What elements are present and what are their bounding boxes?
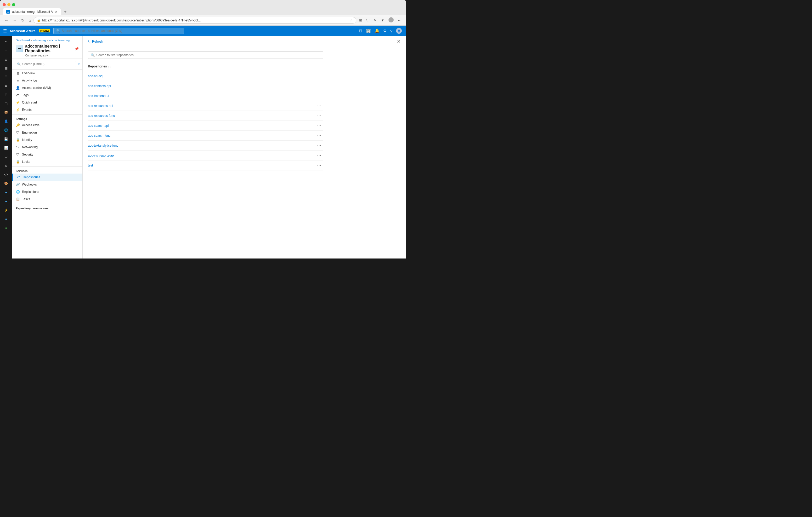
collapse-panel-button[interactable]: « <box>78 62 80 66</box>
nav-item-repositories[interactable]: 🗃 Repositories <box>12 174 82 181</box>
directory-button[interactable]: 🏢 <box>365 27 372 35</box>
sidebar-security-button[interactable]: 🛡 <box>1 153 11 161</box>
repo-link[interactable]: adc-resources-func <box>88 114 315 118</box>
sidebar-icon4[interactable]: ● <box>1 215 11 223</box>
sidebar-grid-button[interactable]: ⊞ <box>1 90 11 99</box>
repo-more-button[interactable]: ⋯ <box>315 83 323 89</box>
sidebar-devops-button[interactable]: ⚙ <box>1 161 11 170</box>
home-button[interactable]: ⌂ <box>27 18 32 23</box>
sidebar-icon2[interactable]: ● <box>1 197 11 206</box>
repo-link[interactable]: adc-search-api <box>88 124 315 127</box>
sidebar-user-button[interactable]: 👤 <box>1 117 11 125</box>
nav-item-access-keys[interactable]: 🔑 Access keys <box>12 122 82 129</box>
breadcrumb-rg[interactable]: adc-acr-rg <box>33 39 46 42</box>
repo-link[interactable]: adc-search-func <box>88 134 315 138</box>
nav-item-webhooks[interactable]: 🔗 Webhooks <box>12 181 82 188</box>
azure-search-input[interactable] <box>62 29 181 33</box>
sidebar-favorites-button[interactable]: ★ <box>1 82 11 90</box>
nav-item-security[interactable]: 🛡 Security <box>12 151 82 158</box>
notifications-button[interactable]: 🔔 <box>374 27 381 35</box>
sidebar-net-button[interactable]: 🌐 <box>1 126 11 134</box>
close-main-button[interactable]: ✕ <box>397 39 401 44</box>
repo-more-button[interactable]: ⋯ <box>315 152 323 158</box>
nav-item-encryption[interactable]: 🛡 Encryption <box>12 129 82 136</box>
sidebar-monitor-button[interactable]: 📊 <box>1 144 11 152</box>
sidebar-container-button[interactable]: 📦 <box>1 108 11 117</box>
repo-more-button[interactable]: ⋯ <box>315 73 323 79</box>
repo-more-button[interactable]: ⋯ <box>315 103 323 109</box>
repo-link[interactable]: test <box>88 163 315 167</box>
repo-link[interactable]: adc-visitreports-api <box>88 154 315 157</box>
breadcrumb-current[interactable]: adccontainerreg <box>49 39 69 42</box>
repo-more-button[interactable]: ⋯ <box>315 123 323 129</box>
sidebar-dashboard-button[interactable]: ▦ <box>1 64 11 72</box>
sidebar-home-button[interactable]: ⌂ <box>1 55 11 63</box>
sort-button[interactable]: ↑↓ <box>108 65 111 68</box>
pin-button[interactable]: 📌 <box>75 47 79 51</box>
nav-item-replications[interactable]: 🌐 Replications <box>12 188 82 195</box>
user-avatar-button[interactable]: 👤 <box>395 27 403 35</box>
sidebar-icon5[interactable]: ● <box>1 224 11 232</box>
settings-button[interactable]: ⚙ <box>382 27 388 35</box>
repo-link[interactable]: adc-contacts-api <box>88 84 315 88</box>
sidebar-db-button[interactable]: 💾 <box>1 135 11 143</box>
repo-more-button[interactable]: ⋯ <box>315 113 323 119</box>
sidebar-icon3[interactable]: ⚡ <box>1 206 11 214</box>
nav-item-events[interactable]: ⚡ Events <box>12 106 82 114</box>
sidebar-paint-button[interactable]: 🎨 <box>1 179 11 188</box>
dropdown-button[interactable]: ▼ <box>380 18 385 23</box>
traffic-light-yellow[interactable] <box>7 3 10 6</box>
panel-search-wrap[interactable]: 🔍 <box>14 61 76 67</box>
menu-dots-button[interactable]: ⋯ <box>397 18 403 23</box>
extensions-button[interactable]: ⊞ <box>358 18 364 23</box>
nav-item-activity-log[interactable]: ≡ Activity log <box>12 77 82 84</box>
address-bar[interactable]: 🔒 https://ms.portal.azure.com/#@microsof… <box>33 17 356 24</box>
repo-link[interactable]: adc-textanalytics-func <box>88 144 315 147</box>
breadcrumb-dashboard[interactable]: Dashboard <box>16 39 30 42</box>
sidebar-code-button[interactable]: </> <box>1 171 11 179</box>
repo-search-filter[interactable]: 🔍 <box>88 52 323 59</box>
new-tab-button[interactable]: + <box>61 8 69 15</box>
shield-button[interactable]: 🛡 <box>365 18 371 23</box>
back-button[interactable]: ← <box>3 17 10 24</box>
sidebar-rg-button[interactable]: ◫ <box>1 99 11 108</box>
nav-item-locks[interactable]: 🔒 Locks <box>12 158 82 165</box>
repo-more-button[interactable]: ⋯ <box>315 162 323 168</box>
cursor-button[interactable]: ↖ <box>373 18 378 23</box>
tab-close-icon[interactable]: ✕ <box>55 10 57 13</box>
repo-more-button[interactable]: ⋯ <box>315 143 323 149</box>
repo-link[interactable]: adc-frontend-ui <box>88 94 315 98</box>
browser-tab-active[interactable]: A adccontainerreg - Microsoft A ✕ <box>3 8 61 15</box>
repo-more-button[interactable]: ⋯ <box>315 93 323 99</box>
help-button[interactable]: ? <box>389 27 394 35</box>
nav-item-access-control[interactable]: 👤 Access control (IAM) <box>12 84 82 91</box>
nav-item-tags[interactable]: 🏷 Tags <box>12 91 82 99</box>
azure-search-bar[interactable]: 🔍 <box>53 28 184 34</box>
traffic-light-green[interactable] <box>12 3 15 6</box>
nav-item-overview[interactable]: ⊞ Overview <box>12 69 82 77</box>
nav-item-quick-start[interactable]: ⚡ Quick start <box>12 99 82 106</box>
panel-search-input[interactable] <box>22 62 74 66</box>
refresh-button[interactable]: ↻ Refresh <box>88 40 103 43</box>
repo-table-header-row: Repositories ↑↓ <box>88 63 323 70</box>
traffic-light-red[interactable] <box>3 3 6 6</box>
sidebar-menu-button[interactable]: ☰ <box>1 73 11 81</box>
profile-button[interactable] <box>387 17 395 24</box>
nav-item-tasks[interactable]: 📋 Tasks <box>12 195 82 203</box>
tags-icon: 🏷 <box>16 93 20 97</box>
sidebar-collapse-button[interactable]: « <box>1 37 11 45</box>
nav-item-networking[interactable]: 🛡 Networking <box>12 144 82 151</box>
nav-item-identity[interactable]: 🔒 Identity <box>12 136 82 144</box>
reload-button[interactable]: ↻ <box>20 18 26 23</box>
repo-search-input[interactable] <box>96 53 320 57</box>
sidebar-add-button[interactable]: + <box>1 46 11 54</box>
repo-link[interactable]: adc-api-sql <box>88 74 315 78</box>
sidebar-icon1[interactable]: ● <box>1 188 11 196</box>
repo-link[interactable]: adc-resources-api <box>88 104 315 108</box>
tab-title: adccontainerreg - Microsoft A <box>12 10 53 13</box>
bookmark-icon[interactable]: ☆ <box>350 18 353 22</box>
repo-more-button[interactable]: ⋯ <box>315 132 323 139</box>
forward-button[interactable]: → <box>11 17 18 24</box>
hamburger-icon[interactable]: ☰ <box>3 29 7 33</box>
console-button[interactable]: ⊡ <box>358 27 364 35</box>
